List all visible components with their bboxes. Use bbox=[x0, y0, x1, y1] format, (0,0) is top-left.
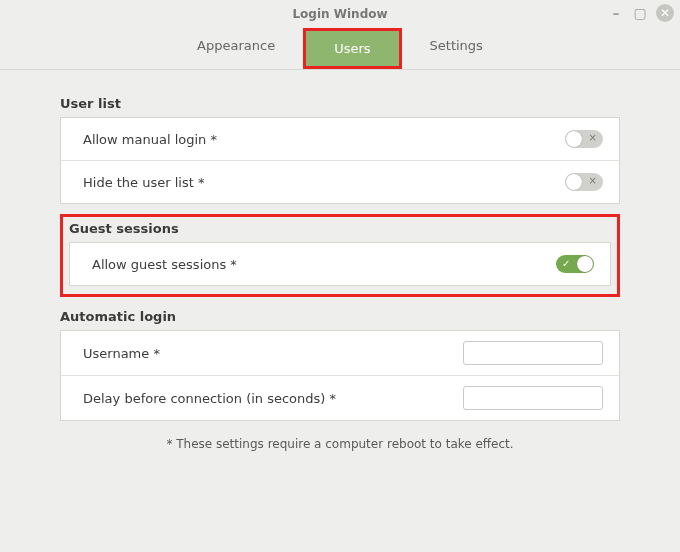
toggle-knob bbox=[577, 256, 593, 272]
label-allow-guest-sessions: Allow guest sessions * bbox=[92, 257, 237, 272]
row-delay: Delay before connection (in seconds) * bbox=[61, 376, 619, 420]
close-icon[interactable]: ✕ bbox=[656, 4, 674, 22]
toggle-knob bbox=[566, 131, 582, 147]
label-delay: Delay before connection (in seconds) * bbox=[83, 391, 336, 406]
panel-user-list: Allow manual login * × Hide the user lis… bbox=[60, 117, 620, 204]
panel-guest-sessions: Allow guest sessions * ✓ bbox=[69, 242, 611, 286]
tabbar: Appearance Users Settings bbox=[0, 28, 680, 70]
footnote: * These settings require a computer rebo… bbox=[60, 437, 620, 451]
row-allow-guest-sessions: Allow guest sessions * ✓ bbox=[70, 243, 610, 285]
tab-appearance[interactable]: Appearance bbox=[169, 28, 303, 69]
section-title-user-list: User list bbox=[60, 96, 620, 111]
tab-users[interactable]: Users bbox=[306, 31, 398, 66]
toggle-knob bbox=[566, 174, 582, 190]
section-title-guest-sessions: Guest sessions bbox=[69, 221, 611, 236]
window-controls: – ▢ ✕ bbox=[608, 4, 674, 22]
toggle-off-icon: × bbox=[589, 175, 597, 186]
row-hide-user-list: Hide the user list * × bbox=[61, 161, 619, 203]
toggle-on-icon: ✓ bbox=[562, 258, 570, 269]
section-title-automatic-login: Automatic login bbox=[60, 309, 620, 324]
tab-users-highlight: Users bbox=[303, 28, 401, 69]
label-hide-user-list: Hide the user list * bbox=[83, 175, 204, 190]
label-allow-manual-login: Allow manual login * bbox=[83, 132, 217, 147]
input-delay[interactable] bbox=[463, 386, 603, 410]
toggle-allow-guest-sessions[interactable]: ✓ bbox=[556, 255, 594, 273]
label-username: Username * bbox=[83, 346, 160, 361]
content-area: User list Allow manual login * × Hide th… bbox=[0, 70, 680, 451]
tab-settings[interactable]: Settings bbox=[402, 28, 511, 69]
toggle-off-icon: × bbox=[589, 132, 597, 143]
row-allow-manual-login: Allow manual login * × bbox=[61, 118, 619, 161]
guest-sessions-highlight: Guest sessions Allow guest sessions * ✓ bbox=[60, 214, 620, 297]
input-username[interactable] bbox=[463, 341, 603, 365]
toggle-allow-manual-login[interactable]: × bbox=[565, 130, 603, 148]
titlebar: Login Window – ▢ ✕ bbox=[0, 0, 680, 28]
panel-automatic-login: Username * Delay before connection (in s… bbox=[60, 330, 620, 421]
minimize-icon[interactable]: – bbox=[608, 5, 624, 21]
maximize-icon[interactable]: ▢ bbox=[632, 5, 648, 21]
window-title: Login Window bbox=[292, 7, 387, 21]
toggle-hide-user-list[interactable]: × bbox=[565, 173, 603, 191]
row-username: Username * bbox=[61, 331, 619, 376]
